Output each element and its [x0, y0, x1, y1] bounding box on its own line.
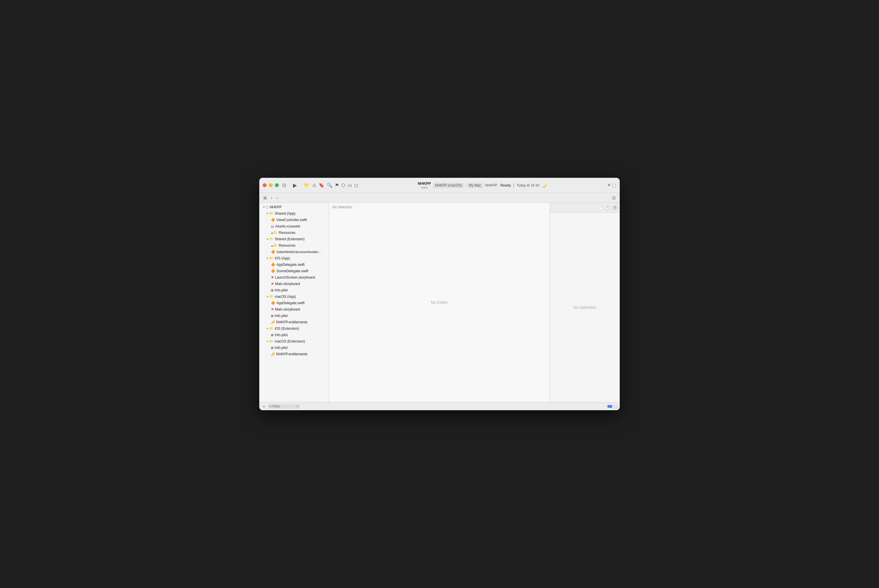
- triangle-icon: ▼: [266, 257, 269, 260]
- sidebar-item-nhkpp-entitlements-macos[interactable]: 🔑 NHKPP.entitlements: [259, 319, 329, 326]
- sidebar-item-shared-extension[interactable]: ▼ 📁 Shared (Extension): [259, 236, 329, 242]
- sidebar-item-nhkpp-entitlements-ext[interactable]: 🔑 NHKPP.entitlements: [259, 351, 329, 357]
- maximize-button[interactable]: [275, 183, 279, 187]
- swift-icon: 🔶: [271, 301, 275, 305]
- history-icon[interactable]: 🕐: [605, 206, 610, 210]
- folder-icon: 📁: [269, 212, 273, 216]
- sidebar-item-nhkpp[interactable]: ▼ ⬡ NHKPP: [259, 204, 329, 210]
- flag-icon[interactable]: ⚑: [335, 183, 339, 188]
- status-indicator: [607, 405, 613, 408]
- sidebar-label: Main.storyboard: [275, 282, 300, 286]
- sidebar-item-info-plist-ios-ext[interactable]: ⊞ Info.plist: [259, 332, 329, 338]
- sidebar-item-macos-extension[interactable]: ▼ 📁 macOS (Extension): [259, 338, 329, 345]
- inspector-no-selection: No Selection: [573, 305, 596, 310]
- folder-icon: 📁: [273, 231, 278, 235]
- scheme-label[interactable]: NHKPP (macOS): [433, 183, 463, 188]
- triangle-icon: ▶: [270, 244, 273, 246]
- project-info: NHKPP main: [418, 181, 431, 189]
- filter-input[interactable]: [272, 404, 296, 408]
- sidebar-label: NHKPP.entitlements: [276, 352, 308, 356]
- folder-icon: 📁: [269, 327, 273, 331]
- sidebar-label: Info.plist: [275, 346, 288, 350]
- folder-icon[interactable]: 📁: [304, 183, 310, 188]
- destination-label[interactable]: My Mac: [467, 183, 483, 188]
- sidebar-toggle-icon[interactable]: ⊡: [282, 183, 286, 188]
- sidebar-item-resources-shared[interactable]: ▶ 📁 Resources: [259, 230, 329, 236]
- filter-extra-icon: ⊞: [296, 405, 299, 408]
- hex-icon[interactable]: ⬡: [341, 183, 345, 188]
- xcode-window: ⊡ ▶ 📁 ⚠ 🔖 🔍 ⚑ ⬡ ▭ ◻ NHKPP main NHKPP (ma…: [259, 178, 620, 410]
- speech-icon[interactable]: ◻: [354, 183, 358, 188]
- triangle-icon: ▼: [266, 212, 269, 215]
- sidebar-label: AppDelegate.swift: [276, 262, 305, 267]
- sidebar-item-launchscreen[interactable]: ✕ LaunchScreen.storyboard: [259, 274, 329, 280]
- moon-icon[interactable]: 🌙: [541, 183, 547, 188]
- sidebar-item-shared-app[interactable]: ▼ 📁 Shared (App): [259, 210, 329, 217]
- build-status: NHKPP: Ready | Today at 15:10 🌙: [485, 183, 547, 188]
- sidebar-item-ios-extension[interactable]: ▼ 📁 iOS (Extension): [259, 326, 329, 332]
- sidebar-item-appdelegate-ios[interactable]: 🔶 AppDelegate.swift: [259, 261, 329, 268]
- sidebar-item-info-plist-macos[interactable]: ⊞ Info.plist: [259, 313, 329, 319]
- inspector-content: No Selection: [550, 213, 620, 402]
- sidebar-label: Shared (Extension): [275, 237, 305, 241]
- statusbar-left: + ⊡ ⊞: [261, 404, 300, 410]
- statusbar-right: ⬚: [607, 404, 618, 409]
- minimize-button[interactable]: [269, 183, 273, 187]
- sidebar-label: Info.plist: [275, 314, 288, 318]
- forward-button[interactable]: ›: [275, 195, 279, 201]
- plist-icon: ⊞: [271, 333, 273, 337]
- storyboard-icon: ✕: [271, 282, 274, 286]
- asset-icon: 🗂: [271, 225, 274, 228]
- sidebar-label: Info.plist: [275, 288, 288, 292]
- storyboard-icon: ✕: [271, 275, 274, 279]
- sidebar-item-ios-app[interactable]: ▼ 📁 iOS (App): [259, 255, 329, 261]
- sidebar-label: SafariWebExtensionHandler...: [276, 250, 321, 254]
- split-editor-icon[interactable]: ⬚: [614, 404, 618, 409]
- add-file-button[interactable]: +: [261, 404, 266, 410]
- triangle-icon: ▼: [266, 296, 269, 298]
- sidebar-label: NHKPP.entitlements: [276, 320, 308, 324]
- inspector-toggle-button[interactable]: ⊡: [610, 195, 618, 201]
- bookmark-icon[interactable]: 🔖: [319, 183, 325, 188]
- sidebar-item-info-plist-macos-ext[interactable]: ⊞ Info.plist: [259, 345, 329, 351]
- triangle-icon: ▼: [266, 238, 269, 240]
- sidebar-label: LaunchScreen.storyboard: [275, 275, 315, 279]
- help-icon[interactable]: ?: [612, 205, 618, 210]
- swift-icon: 🔶: [271, 218, 275, 222]
- sidebar-label: iOS (App): [275, 256, 290, 260]
- sidebar-label: Info.plist: [275, 333, 288, 337]
- sidebar-label: macOS (Extension): [275, 339, 305, 344]
- no-editor-label: No Editor: [431, 300, 448, 305]
- shield-icon[interactable]: ▭: [348, 183, 352, 188]
- sidebar-item-macos-app[interactable]: ▼ 📁 macOS (App): [259, 293, 329, 300]
- close-button[interactable]: [263, 183, 266, 187]
- sidebar-item-main-storyboard-macos[interactable]: ✕ Main.storyboard: [259, 306, 329, 313]
- file-inspector-icon[interactable]: 📄: [598, 206, 603, 210]
- add-button[interactable]: +: [606, 182, 612, 189]
- sidebar-label: Resources: [279, 243, 295, 248]
- project-icon: ⬡: [266, 205, 269, 209]
- sidebar-item-scenedelegate[interactable]: 🔶 SceneDelegate.swift: [259, 268, 329, 274]
- sidebar-item-resources-ext[interactable]: ▶ 📁 Resources: [259, 242, 329, 249]
- layout-toggle-icon[interactable]: ⬚: [612, 183, 616, 188]
- run-icon: ▶: [293, 182, 297, 189]
- folder-icon: 📁: [269, 256, 273, 260]
- back-button[interactable]: ‹: [269, 195, 274, 201]
- folder-icon: 📁: [273, 243, 278, 248]
- sidebar-label: NHKPP: [270, 205, 282, 209]
- grid-view-button[interactable]: ⊞: [261, 195, 269, 201]
- warning-icon[interactable]: ⚠: [312, 183, 316, 188]
- traffic-lights: [263, 183, 279, 187]
- run-button[interactable]: ▶: [291, 182, 299, 189]
- sidebar-item-main-storyboard-ios[interactable]: ✕ Main.storyboard: [259, 280, 329, 287]
- filter-wrapper: ⊡ ⊞: [268, 404, 300, 409]
- sidebar-item-info-plist-ios[interactable]: ⊞ Info.plist: [259, 287, 329, 293]
- sidebar-item-assets[interactable]: 🗂 Assets.xcassets: [259, 223, 329, 230]
- storyboard-icon: ✕: [271, 308, 274, 311]
- toolbar-left-icons: ⊡: [282, 183, 286, 188]
- sidebar-item-viewcontroller[interactable]: 🔶 ViewController.swift: [259, 217, 329, 223]
- sidebar-item-appdelegate-macos[interactable]: 🔶 AppDelegate.swift: [259, 300, 329, 306]
- sidebar-item-safari-handler[interactable]: 🔶 SafariWebExtensionHandler...: [259, 249, 329, 255]
- plist-icon: ⊞: [271, 346, 273, 350]
- search-icon[interactable]: 🔍: [327, 183, 332, 188]
